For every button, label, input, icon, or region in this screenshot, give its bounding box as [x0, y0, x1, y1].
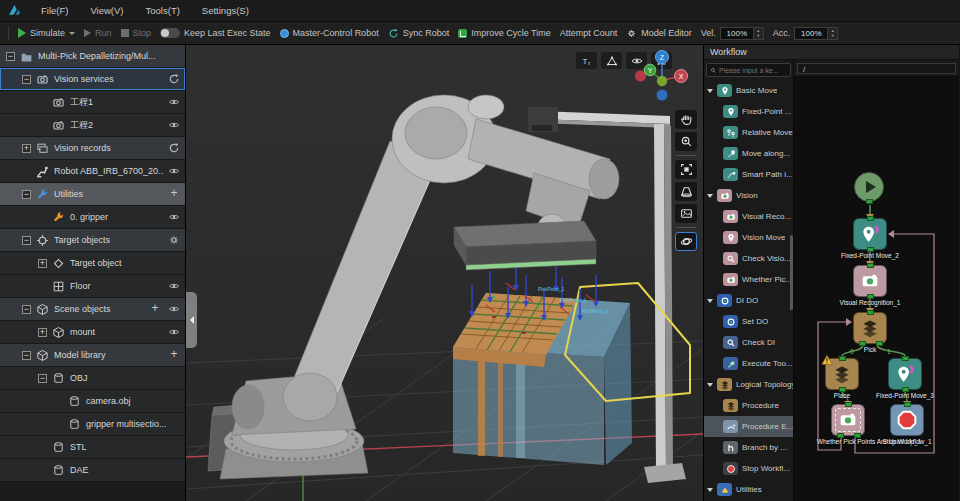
input-port[interactable]: [867, 310, 874, 315]
workflow-node-stop1[interactable]: [890, 404, 924, 436]
gear-icon[interactable]: [168, 234, 180, 246]
workflow-node-fpm2[interactable]: [853, 218, 887, 250]
skill-item-vision-move[interactable]: Vision Move: [704, 227, 793, 248]
attempt-count-button[interactable]: Attempt Count: [560, 28, 618, 38]
skill-item-whether-pic[interactable]: Whether Pic...: [704, 269, 793, 290]
workflow-node-fpm3[interactable]: [888, 358, 922, 390]
sidebar-item-0-gripper[interactable]: 0. gripper: [0, 206, 185, 229]
zoom-in-button[interactable]: [675, 132, 697, 151]
mesh-button[interactable]: [601, 52, 622, 69]
sidebar-item-robot-abb-irb-6700-20[interactable]: Robot ABB_IRB_6700_20...: [0, 160, 185, 183]
skill-search-box[interactable]: [706, 63, 791, 77]
collapse-expander-icon[interactable]: −: [22, 236, 31, 245]
model-editor-button[interactable]: Model Editor: [626, 28, 692, 39]
sidebar-item-1[interactable]: 工程1: [0, 91, 185, 114]
caret-down-icon[interactable]: [707, 89, 713, 93]
workflow-node-start[interactable]: [854, 172, 884, 202]
caret-down-icon[interactable]: [707, 488, 713, 492]
skill-item-branch-by[interactable]: Branch by ...: [704, 437, 793, 458]
toggle-switch-icon[interactable]: [160, 28, 180, 38]
eye-icon[interactable]: [168, 280, 180, 292]
input-port[interactable]: [867, 263, 874, 268]
workflow-node-pick[interactable]: [853, 312, 887, 344]
expand-expander-icon[interactable]: +: [38, 259, 47, 268]
collapse-expander-icon[interactable]: −: [38, 374, 47, 383]
skill-item-check-visio[interactable]: Check Visio...: [704, 248, 793, 269]
skill-item-set-do[interactable]: Set DO: [704, 311, 793, 332]
workflow-graph-canvas[interactable]: 0 1 Fixed-Point Move_2Visual Recognition…: [794, 76, 959, 501]
sync-robot-button[interactable]: Sync Robot: [388, 28, 450, 39]
gripper-tool[interactable]: [454, 221, 596, 270]
stop-button[interactable]: Stop: [121, 28, 152, 38]
collapse-expander-icon[interactable]: −: [22, 305, 31, 314]
eye-icon[interactable]: [168, 211, 180, 223]
skill-category-vision[interactable]: Vision: [704, 185, 793, 206]
eye-icon[interactable]: [168, 165, 180, 177]
gizmo-center-ball[interactable]: [657, 76, 667, 86]
workflow-node-place[interactable]: [825, 358, 859, 390]
keep-last-exec-toggle[interactable]: Keep Last Exec State: [160, 28, 271, 38]
acceleration-stepper[interactable]: ▲▼: [828, 27, 838, 40]
sidebar-item-scene-objects[interactable]: −Scene objects+: [0, 298, 185, 321]
collapse-expander-icon[interactable]: −: [22, 75, 31, 84]
sidebar-collapse-handle[interactable]: [186, 292, 197, 348]
input-port[interactable]: [845, 402, 852, 407]
search-input[interactable]: [719, 67, 787, 74]
sidebar-item-utilities[interactable]: −Utilities+: [0, 183, 185, 206]
workflow-node-whether[interactable]: [831, 404, 865, 436]
3d-viewport[interactable]: PickPoint_1 PickPoint_1 PickPoint_1: [186, 45, 703, 501]
collapse-expander-icon[interactable]: −: [22, 190, 31, 199]
sidebar-item-model-library[interactable]: −Model library+: [0, 344, 185, 367]
skill-item-smart-path-i[interactable]: Smart Path i...: [704, 164, 793, 185]
sidebar-item-camera-obj[interactable]: camera.obj: [0, 390, 185, 413]
acceleration-input[interactable]: [794, 27, 828, 40]
sidebar-item-dae[interactable]: DAE: [0, 459, 185, 482]
frustum-button[interactable]: [675, 182, 697, 201]
sidebar-item-target-objects[interactable]: −Target objects: [0, 229, 185, 252]
velocity-input[interactable]: [720, 27, 754, 40]
sidebar-item-target-object[interactable]: +Target object: [0, 252, 185, 275]
eye-icon[interactable]: [168, 303, 180, 315]
sidebar-item-vision-records[interactable]: +Vision records: [0, 137, 185, 160]
sidebar-item-gripper-multisectio[interactable]: gripper multisectio...: [0, 413, 185, 436]
skill-category-di-do[interactable]: DI DO: [704, 290, 793, 311]
skill-item-procedure[interactable]: Procedure: [704, 395, 793, 416]
refresh-icon[interactable]: [168, 142, 180, 154]
refresh-icon[interactable]: [168, 73, 180, 85]
sidebar-item-mount[interactable]: +mount: [0, 321, 185, 344]
workflow-node-vr1[interactable]: [853, 265, 887, 297]
sidebar-item-multi-pick-depalletizing-mul[interactable]: −Multi-Pick Depalletizing/Mul...: [0, 45, 185, 68]
eye-icon[interactable]: [168, 119, 180, 131]
skill-item-move-along[interactable]: Move along...: [704, 143, 793, 164]
expand-expander-icon[interactable]: +: [38, 328, 47, 337]
plus-icon[interactable]: +: [168, 188, 180, 200]
skill-item-execute-too[interactable]: Execute Too...: [704, 353, 793, 374]
skill-item-relative-move[interactable]: Relative Move: [704, 122, 793, 143]
caret-down-icon[interactable]: [707, 194, 713, 198]
skill-category-logical-topology[interactable]: Logical Topology: [704, 374, 793, 395]
skill-category-basic-move[interactable]: Basic Move: [704, 80, 793, 101]
skill-item-fixed-point[interactable]: Fixed-Point ...: [704, 101, 793, 122]
skill-item-procedure-e[interactable]: Procedure E...: [704, 416, 793, 437]
input-port[interactable]: [867, 216, 874, 221]
snapshot-button[interactable]: [675, 204, 697, 223]
menu-item-settings-s[interactable]: Settings(S): [200, 5, 251, 16]
skill-item-check-di[interactable]: Check DI: [704, 332, 793, 353]
caret-down-icon[interactable]: [707, 299, 713, 303]
output-port[interactable]: [866, 199, 873, 204]
eye-icon[interactable]: [168, 326, 180, 338]
orbit-button[interactable]: [675, 232, 697, 251]
orientation-gizmo[interactable]: Z Y X: [635, 50, 693, 108]
menu-item-view-v[interactable]: View(V): [88, 5, 125, 16]
skill-item-stop-workfl[interactable]: Stop Workfl...: [704, 458, 793, 479]
graph-breadcrumb[interactable]: /: [797, 63, 956, 74]
sidebar-item-2[interactable]: 工程2: [0, 114, 185, 137]
sidebar-item-vision-services[interactable]: −Vision services: [0, 68, 185, 91]
menu-item-tools-t[interactable]: Tools(T): [144, 5, 182, 16]
skill-category-utilities[interactable]: Utilities: [704, 479, 793, 500]
collapse-expander-icon[interactable]: −: [22, 351, 31, 360]
fit-view-button[interactable]: [675, 160, 697, 179]
3d-scene[interactable]: PickPoint_1 PickPoint_1 PickPoint_1: [186, 45, 703, 501]
master-control-robot-button[interactable]: Master-Control Robot: [280, 28, 379, 38]
caret-down-icon[interactable]: [707, 383, 713, 387]
